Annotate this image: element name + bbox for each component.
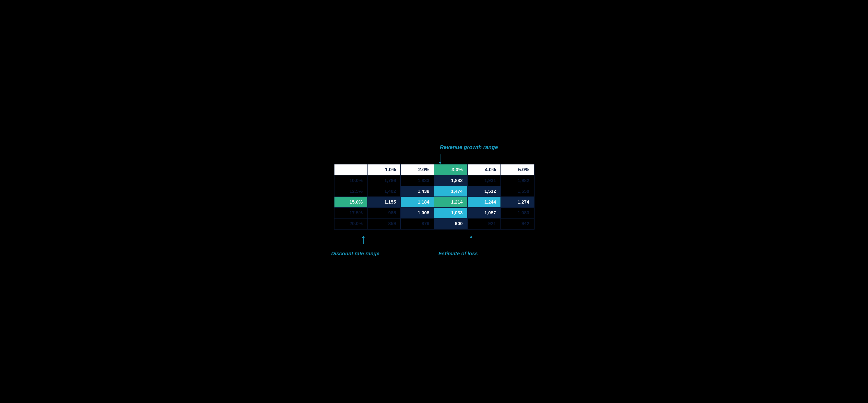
cell-r3-c0: 985 — [367, 207, 401, 218]
cell-r2-c1: 1,184 — [401, 197, 434, 207]
cell-r1-c0: 1,402 — [367, 186, 401, 197]
estimate-loss-arrow — [470, 236, 472, 244]
cell-r1-c1: 1,438 — [401, 186, 434, 197]
cell-r3-c1: 1,008 — [401, 207, 434, 218]
table-header-row: 1.0% 2.0% 3.0% 4.0% 5.0% — [334, 164, 534, 175]
cell-r1-c2: 1,474 — [434, 186, 467, 197]
table-row: 20.0% 859 879 900 921 942 — [334, 218, 534, 229]
header-empty-cell — [334, 164, 367, 175]
header-col2: 2.0% — [401, 164, 434, 175]
discount-rate-label: Discount rate range — [331, 250, 379, 257]
cell-r4-c1: 879 — [401, 218, 434, 229]
header-col5: 5.0% — [501, 164, 534, 175]
cell-r1-c3: 1,512 — [467, 186, 501, 197]
header-col1: 1.0% — [367, 164, 401, 175]
cell-r0-c2: 1,882 — [434, 175, 467, 186]
row-label-4: 20.0% — [334, 218, 367, 229]
header-col4: 4.0% — [467, 164, 501, 175]
discount-rate-arrow — [362, 236, 365, 244]
cell-r0-c4: 1,982 — [501, 175, 534, 186]
cell-r0-c1: 1,833 — [401, 175, 434, 186]
table-row: 12.5% 1,402 1,438 1,474 1,512 1,550 — [334, 186, 534, 197]
estimate-of-loss-label: Estimate of loss — [438, 250, 478, 257]
row-label-1: 12.5% — [334, 186, 367, 197]
cell-r4-c3: 921 — [467, 218, 501, 229]
main-container: Revenue growth range 1.0% 2.0% 3.0% 4.0%… — [324, 144, 544, 259]
table-row: 17.5% 985 1,008 1,033 1,057 1,083 — [334, 207, 534, 218]
cell-r0-c3: 1,931 — [467, 175, 501, 186]
revenue-growth-arrow — [438, 155, 441, 164]
cell-r1-c4: 1,550 — [501, 186, 534, 197]
cell-r4-c0: 859 — [367, 218, 401, 229]
cell-r0-c0: 1,786 — [367, 175, 401, 186]
row-label-3: 17.5% — [334, 207, 367, 218]
table-row: 10.0% 1,786 1,833 1,882 1,931 1,982 — [334, 175, 534, 186]
table-row: 15.0% 1,155 1,184 1,214 1,244 1,274 — [334, 197, 534, 207]
cell-r2-c4: 1,274 — [501, 197, 534, 207]
row-label-0: 10.0% — [334, 175, 367, 186]
cell-r3-c2: 1,033 — [434, 207, 467, 218]
revenue-growth-label: Revenue growth range — [440, 144, 498, 150]
sensitivity-table: 1.0% 2.0% 3.0% 4.0% 5.0% 10.0% 1,786 1,8… — [334, 164, 534, 230]
cell-r2-c2: 1,214 — [434, 197, 467, 207]
cell-r2-c3: 1,244 — [467, 197, 501, 207]
row-label-2: 15.0% — [334, 197, 367, 207]
cell-r3-c3: 1,057 — [467, 207, 501, 218]
cell-r3-c4: 1,083 — [501, 207, 534, 218]
cell-r2-c0: 1,155 — [367, 197, 401, 207]
cell-r4-c2: 900 — [434, 218, 467, 229]
header-col3: 3.0% — [434, 164, 467, 175]
cell-r4-c4: 942 — [501, 218, 534, 229]
